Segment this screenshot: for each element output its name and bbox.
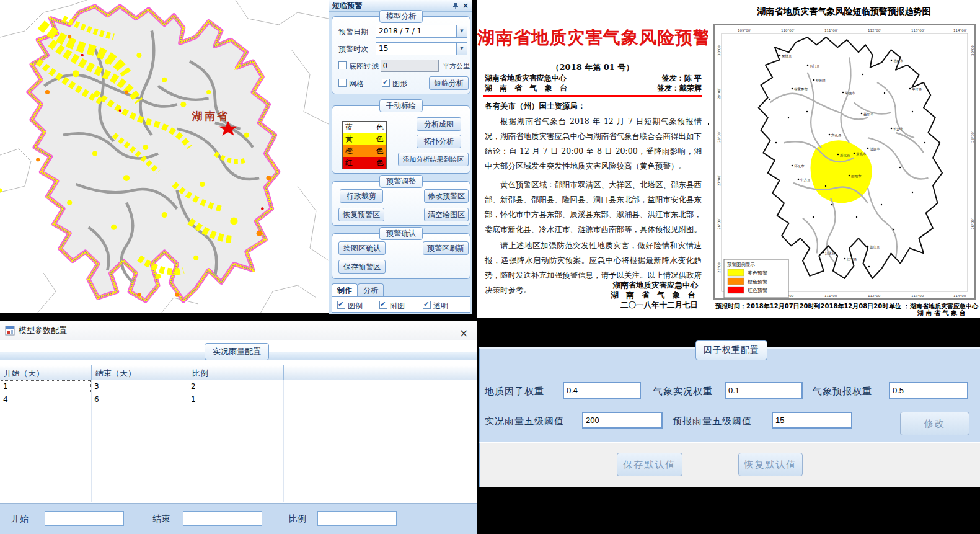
filter-unit-label: 平方公里: [443, 61, 470, 71]
table-row[interactable]: 4 6 1: [0, 393, 477, 406]
ratio-input[interactable]: [317, 511, 397, 526]
admin-clip-button[interactable]: 行政裁剪: [340, 189, 383, 203]
trend-map-title: 湖南省地质灾害气象风险短临预警预报趋势图: [708, 6, 980, 17]
map-place-label: 中方县: [800, 178, 811, 182]
dialog-footer: 开始 结束 比例: [0, 503, 477, 534]
forecast-rain-threshold-input[interactable]: [772, 412, 852, 429]
group-model-analysis: 模型分析 预警日期 2018 / 7 / 1 ▼ 预警时次 15 ▼ 底图过滤 …: [332, 16, 470, 94]
draw-area-confirm-button[interactable]: 绘图区确认: [338, 241, 386, 255]
unit-org-1: 湖南省地质灾害应急中心: [909, 303, 979, 309]
modify-warning-area-button[interactable]: 修改预警区: [424, 189, 469, 203]
map-place-label: 江华县: [847, 257, 857, 262]
warning-date-combobox[interactable]: 2018 / 7 / 1 ▼: [376, 25, 467, 38]
svg-text:109°00′: 109°00′: [738, 29, 751, 32]
factor-weight-tab[interactable]: 因子权重配置: [695, 340, 767, 360]
unit-org-2: 湖 南 省 气 象 台: [917, 309, 965, 316]
color-item-orange[interactable]: 橙色: [343, 145, 386, 157]
chevron-down-icon[interactable]: ▼: [456, 43, 467, 55]
trend-map: 湖南省地质灾害气象风险短临预警预报趋势图 109°00′ 110°00′ 111…: [708, 0, 980, 318]
dialog-titlebar: 模型参数配置 ×: [0, 321, 477, 340]
signer-2: 签发：戴荣辉: [657, 83, 702, 94]
table-row[interactable]: [0, 406, 477, 419]
tab-content: 图例 附图 透明: [332, 296, 470, 313]
filter-threshold-input[interactable]: [381, 60, 439, 72]
chevron-down-icon[interactable]: ▼: [456, 25, 467, 37]
map-place-label: 益阳市: [863, 112, 874, 117]
weather-actual-weight-label: 气象实况权重: [653, 386, 713, 398]
svg-text:红色预警: 红色预警: [748, 288, 767, 293]
clear-draw-area-button[interactable]: 清空绘图区: [424, 208, 469, 221]
legend-swatch-yellow: [728, 269, 744, 276]
map-place-label: 长沙市: [893, 127, 904, 131]
warning-document: 湖南省地质灾害气象风险预警 （2018 年第 01 号） 湖南省地质灾害应急中心…: [477, 0, 708, 318]
restore-defaults-button[interactable]: 恢复默认值: [738, 453, 803, 476]
save-defaults-button[interactable]: 保存默认值: [617, 453, 682, 476]
modify-button[interactable]: 修改: [900, 412, 969, 435]
color-item-blue[interactable]: 蓝色: [343, 122, 386, 133]
start-input[interactable]: [45, 511, 124, 526]
warning-time-combobox[interactable]: 15 ▼: [376, 42, 467, 55]
signer-1: 签发：陈 平: [662, 73, 702, 84]
yellow-warning-region: [811, 140, 872, 203]
salutation: 各有关市（州）国土资源局：: [485, 101, 586, 112]
rainfall-config-tab[interactable]: 实况雨量配置: [205, 343, 269, 360]
analysis-to-map-button[interactable]: 分析成图: [417, 117, 461, 131]
table-header[interactable]: 开始（天） 结束（天） 比例: [0, 365, 477, 380]
pin-icon[interactable]: [452, 2, 459, 10]
table-row[interactable]: [0, 419, 477, 432]
save-warning-area-button[interactable]: 保存预警区: [338, 260, 386, 274]
gis-map-view[interactable]: 湖南省: [0, 0, 329, 313]
graphic-checkbox[interactable]: [382, 79, 390, 87]
unit-label: 单位 ：: [889, 303, 909, 309]
attach-figure-checkbox[interactable]: [379, 301, 387, 309]
legend-checkbox[interactable]: [337, 301, 345, 309]
basemap-filter-checkbox[interactable]: [338, 61, 347, 69]
tab-production[interactable]: 制作: [332, 283, 358, 297]
weather-forecast-weight-label: 气象预报权重: [813, 386, 872, 398]
color-item-yellow[interactable]: 黄色: [343, 133, 386, 145]
color-list[interactable]: 蓝色 黄色 橙色 红色: [342, 121, 387, 169]
map-place-label: 桑植县: [782, 54, 792, 58]
color-item-red[interactable]: 红色: [343, 157, 386, 169]
group-warning-confirm: 预警确认 绘图区确认 预警区刷新 保存预警区: [332, 233, 470, 279]
weather-forecast-weight-input[interactable]: [889, 382, 968, 399]
svg-text:112°00′: 112°00′: [868, 29, 881, 32]
forecast-time: 预报时间：2018年12月07日20时到2018年12月08日20时: [715, 303, 888, 309]
province-label: 湖南省: [192, 109, 229, 123]
table-row[interactable]: [0, 458, 477, 471]
ratio-label: 比例: [289, 514, 306, 525]
model-param-dialog: 模型参数配置 × 实况雨量配置 开始（天） 结束（天） 比例 1 3 2 4 6…: [0, 321, 477, 534]
svg-text:橙色预警: 橙色预警: [748, 279, 767, 285]
dialog-close-icon[interactable]: ×: [457, 324, 470, 342]
grid-checkbox[interactable]: [338, 79, 347, 87]
warning-area-refresh-button[interactable]: 预警区刷新: [423, 241, 469, 255]
svg-text:113°00′: 113°00′: [911, 294, 925, 298]
geo-factor-weight-input[interactable]: [563, 382, 641, 399]
restore-warning-area-button[interactable]: 恢复预警区: [338, 208, 384, 221]
end-label: 结束: [152, 514, 170, 525]
table-row[interactable]: [0, 484, 477, 497]
topology-analysis-button[interactable]: 拓扑分析: [417, 135, 461, 148]
col-end: 结束（天）: [95, 368, 136, 379]
short-term-analyze-button[interactable]: 短临分析: [429, 76, 469, 90]
group-caption: 手动标绘: [379, 99, 423, 112]
table-row[interactable]: [0, 432, 477, 445]
weather-actual-weight-input[interactable]: [725, 382, 803, 399]
add-result-button[interactable]: 添加分析结果到绘区: [398, 153, 469, 166]
table-row[interactable]: [0, 445, 477, 458]
transparent-checkbox[interactable]: [423, 301, 431, 309]
group-manual-plot: 手动标绘 蓝色 黄色 橙色 红色 分析成图 拓扑分析 添加分析结果到绘区: [332, 105, 470, 174]
svg-text:黄色预警: 黄色预警: [748, 270, 767, 276]
tab-analysis[interactable]: 分析: [358, 283, 384, 297]
graphic-label: 图形: [392, 79, 407, 89]
group-warning-adjust: 预警调整 行政裁剪 修改预警区 恢复预警区 清空绘图区: [332, 181, 470, 226]
panel-close-icon[interactable]: ×: [462, 0, 469, 12]
actual-rain-threshold-input[interactable]: [582, 412, 663, 429]
svg-text:114°00′: 114°00′: [953, 29, 967, 32]
svg-text:30°00′: 30°00′: [717, 44, 721, 56]
end-input[interactable]: [183, 511, 262, 526]
svg-text:111°00′: 111°00′: [824, 294, 838, 298]
table-row[interactable]: [0, 471, 477, 484]
group-caption: 预警调整: [379, 175, 423, 188]
map-place-label: 蓝山县: [870, 245, 880, 249]
